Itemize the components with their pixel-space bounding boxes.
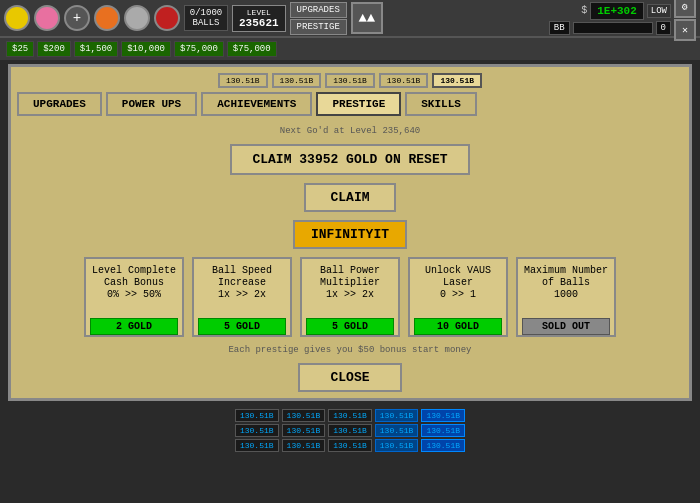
- tab-skills[interactable]: SKILLS: [405, 92, 477, 116]
- bb-progress-bar: [573, 22, 653, 34]
- ball-add[interactable]: +: [64, 5, 90, 31]
- infinity-button[interactable]: INFINITYIT: [293, 220, 407, 249]
- money-display: 1E+302: [590, 2, 644, 20]
- buy-vaus-laser-btn[interactable]: 10 GOLD: [414, 318, 502, 335]
- prestige-btn[interactable]: PRESTIGE: [290, 19, 347, 35]
- grid-cell-r1c4[interactable]: 130.51B: [375, 409, 419, 422]
- grid-cell-r3c3[interactable]: 130.51B: [328, 439, 372, 452]
- card-title-cash-bonus: Level Complete Cash Bonus0% >> 50%: [90, 265, 178, 312]
- bb-value: 0: [656, 21, 671, 35]
- upgrade-card-cash-bonus: Level Complete Cash Bonus0% >> 50% 2 GOL…: [84, 257, 184, 337]
- sold-out-max-balls-btn: SOLD OUT: [522, 318, 610, 335]
- upgrade-card-vaus-laser: Unlock VAUS Laser0 >> 1 10 GOLD: [408, 257, 508, 337]
- card-title-ball-speed: Ball Speed Increase1x >> 2x: [198, 265, 286, 312]
- grid-cell-r3c1[interactable]: 130.51B: [235, 439, 279, 452]
- ball-gray[interactable]: [124, 5, 150, 31]
- buy-btn-25[interactable]: $25: [6, 41, 34, 57]
- grid-cell-r2c5[interactable]: 130.51B: [421, 424, 465, 437]
- balls-counter: 0/1000 BALLS: [184, 5, 228, 31]
- grid-cell-r1c5[interactable]: 130.51B: [421, 409, 465, 422]
- buy-cash-bonus-btn[interactable]: 2 GOLD: [90, 318, 178, 335]
- upgrade-card-ball-power: Ball Power Multiplier1x >> 2x 5 GOLD: [300, 257, 400, 337]
- grid-cell-r1c3[interactable]: 130.51B: [328, 409, 372, 422]
- close-icon[interactable]: ✕: [674, 19, 696, 41]
- level-box: LEVEL 235621: [232, 5, 286, 32]
- upgrades-btn[interactable]: UPGRADES: [290, 2, 347, 18]
- gold-info-text: Next Go'd at Level 235,640: [280, 126, 420, 136]
- buy-btn-75000b[interactable]: $75,000: [227, 41, 277, 57]
- buy-row: $25 $200 $1,500 $10,000 $75,000 $75,000: [0, 38, 700, 60]
- ball-orange[interactable]: [94, 5, 120, 31]
- grid-cell-r2c2[interactable]: 130.51B: [282, 424, 326, 437]
- grid-cell-r2c4[interactable]: 130.51B: [375, 424, 419, 437]
- buy-btn-1500[interactable]: $1,500: [74, 41, 118, 57]
- buy-btn-75000a[interactable]: $75,000: [174, 41, 224, 57]
- card-title-ball-power: Ball Power Multiplier1x >> 2x: [306, 265, 394, 312]
- card-title-max-balls: Maximum Number of Balls1000: [522, 265, 610, 312]
- ball-red[interactable]: [154, 5, 180, 31]
- ball-pink[interactable]: [34, 5, 60, 31]
- upgrade-card-ball-speed: Ball Speed Increase1x >> 2x 5 GOLD: [192, 257, 292, 337]
- card-title-vaus-laser: Unlock VAUS Laser0 >> 1: [414, 265, 502, 312]
- grid-cell-r2c3[interactable]: 130.51B: [328, 424, 372, 437]
- top-tab-1[interactable]: 130.51B: [218, 73, 268, 88]
- bottom-grid-row2: 130.51B 130.51B 130.51B 130.51B 130.51B: [8, 424, 692, 437]
- grid-cell-r3c5[interactable]: 130.51B: [421, 439, 465, 452]
- prestige-footer-text: Each prestige gives you $50 bonus start …: [228, 345, 471, 355]
- tab-prestige[interactable]: PRESTIGE: [316, 92, 401, 116]
- main-area: 130.51B 130.51B 130.51B 130.51B 130.51B …: [8, 64, 692, 401]
- grid-cell-r3c4[interactable]: 130.51B: [375, 439, 419, 452]
- top-tab-4[interactable]: 130.51B: [379, 73, 429, 88]
- buy-ball-power-btn[interactable]: 5 GOLD: [306, 318, 394, 335]
- bottom-area: 130.51B 130.51B 130.51B 130.51B 130.51B …: [0, 405, 700, 458]
- ball-yellow[interactable]: [4, 5, 30, 31]
- top-tab-5[interactable]: 130.51B: [432, 73, 482, 88]
- bottom-grid-row3: 130.51B 130.51B 130.51B 130.51B 130.51B: [8, 439, 692, 452]
- buy-ball-speed-btn[interactable]: 5 GOLD: [198, 318, 286, 335]
- top-tab-row: 130.51B 130.51B 130.51B 130.51B 130.51B: [17, 73, 683, 88]
- buy-btn-10000[interactable]: $10,000: [121, 41, 171, 57]
- prestige-arrow-btn[interactable]: ▲▲: [351, 2, 383, 34]
- top-bar: + 0/1000 BALLS LEVEL 235621 UPGRADES PRE…: [0, 0, 700, 38]
- grid-cell-r2c1[interactable]: 130.51B: [235, 424, 279, 437]
- grid-cell-r3c2[interactable]: 130.51B: [282, 439, 326, 452]
- tab-powerups[interactable]: POWER UPS: [106, 92, 197, 116]
- low-label: LOW: [647, 4, 671, 18]
- top-tab-3[interactable]: 130.51B: [325, 73, 375, 88]
- buy-btn-200[interactable]: $200: [37, 41, 71, 57]
- claim-text-box: CLAIM 33952 GOLD ON RESET: [230, 144, 469, 175]
- claim-button[interactable]: CLAIM: [304, 183, 395, 212]
- bottom-grid-row1: 130.51B 130.51B 130.51B 130.51B 130.51B: [8, 409, 692, 422]
- grid-cell-r1c2[interactable]: 130.51B: [282, 409, 326, 422]
- close-button[interactable]: CLOSE: [298, 363, 401, 392]
- bb-label: BB: [549, 21, 570, 35]
- nav-tabs: UPGRADES POWER UPS ACHIEVEMENTS PRESTIGE…: [17, 92, 683, 116]
- upgrade-cards: Level Complete Cash Bonus0% >> 50% 2 GOL…: [84, 257, 616, 337]
- top-tab-2[interactable]: 130.51B: [272, 73, 322, 88]
- upgrade-card-max-balls: Maximum Number of Balls1000 SOLD OUT: [516, 257, 616, 337]
- prestige-content: Next Go'd at Level 235,640 CLAIM 33952 G…: [17, 126, 683, 392]
- grid-cell-r1c1[interactable]: 130.51B: [235, 409, 279, 422]
- tab-achievements[interactable]: ACHIEVEMENTS: [201, 92, 312, 116]
- settings-icon[interactable]: ⚙: [674, 0, 696, 18]
- tab-upgrades[interactable]: UPGRADES: [17, 92, 102, 116]
